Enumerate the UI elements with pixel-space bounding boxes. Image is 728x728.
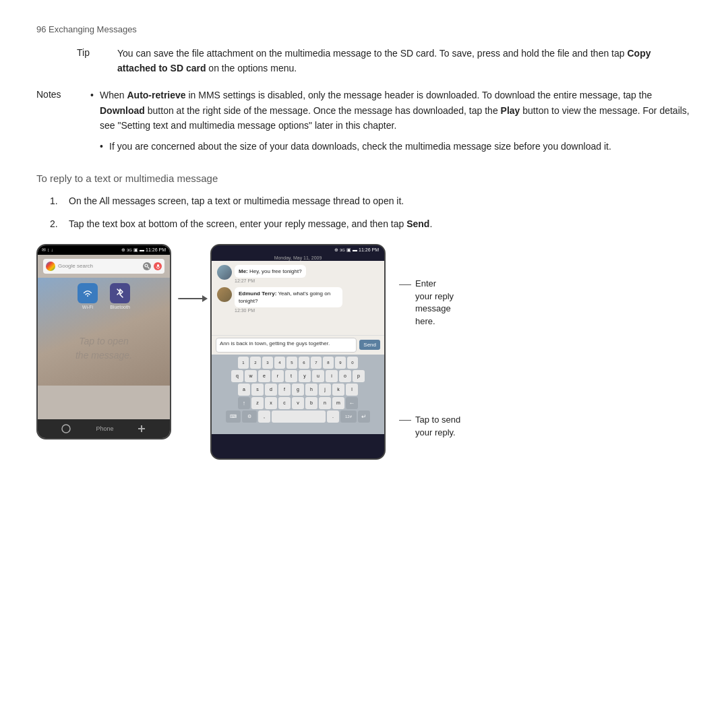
phone-left-overlay: Tap to openthe message. (75, 334, 132, 363)
r-network: 3G (340, 248, 345, 252)
key-k[interactable]: k (332, 384, 344, 396)
note-bold-1: Auto-retrieve (127, 90, 185, 100)
svg-line-1 (148, 267, 150, 269)
key-1[interactable]: 1 (238, 357, 249, 369)
key-s[interactable]: s (251, 384, 264, 396)
key-r[interactable]: r (272, 370, 284, 382)
key-backspace[interactable]: ← (346, 397, 358, 409)
key-z[interactable]: z (251, 397, 264, 409)
key-enter[interactable]: ↵ (358, 411, 370, 423)
steps-container: 1. On the All messages screen, tap a tex… (50, 193, 692, 232)
status-right-icons: ⊕ 3G ▣ ▬ 11:26 PM (121, 247, 166, 253)
network-icon: 3G (127, 248, 132, 252)
key-p[interactable]: p (353, 370, 365, 382)
key-n[interactable]: n (319, 397, 331, 409)
step-2-text: Tap the text box at bottom of the screen… (69, 216, 432, 231)
key-4[interactable]: 4 (274, 357, 285, 369)
enter-reply-label-group: Enteryour replymessagehere. (399, 278, 460, 328)
key-t[interactable]: t (285, 370, 297, 382)
step-2-bold: Send (406, 218, 429, 229)
key-b[interactable]: b (305, 397, 317, 409)
key-3[interactable]: 3 (262, 357, 273, 369)
mic-icon[interactable] (154, 262, 162, 270)
google-icon (46, 262, 55, 271)
tap-to-send-connector (399, 420, 411, 421)
key-comma[interactable]: , (258, 411, 270, 423)
bubble-1-time: 12:27 PM (235, 278, 306, 283)
key-settings[interactable]: ⚙ (242, 411, 257, 423)
notes-content: When Auto-retrieve in MMS settings is di… (90, 88, 692, 160)
search-magnify-icon[interactable] (143, 262, 151, 270)
wifi-label: Wi-Fi (82, 305, 93, 309)
message-bubble-1: Me: Hey, you free tonight? 12:27 PM (217, 265, 379, 283)
key-q[interactable]: q (231, 370, 243, 382)
key-u[interactable]: u (312, 370, 324, 382)
key-j[interactable]: j (319, 384, 331, 396)
key-l[interactable]: l (346, 384, 358, 396)
key-g[interactable]: g (292, 384, 304, 396)
wifi-widget[interactable]: Wi-Fi (78, 283, 98, 309)
svg-rect-2 (157, 264, 159, 267)
key-2[interactable]: 2 (250, 357, 261, 369)
note-bold-3: Play (501, 105, 520, 116)
key-0[interactable]: 0 (347, 357, 358, 369)
key-h[interactable]: h (305, 384, 317, 396)
key-e[interactable]: e (258, 370, 270, 382)
key-a[interactable]: a (238, 384, 250, 396)
send-button[interactable]: Send (359, 340, 380, 350)
key-c[interactable]: c (278, 397, 291, 409)
key-shift[interactable]: ↑ (238, 397, 250, 409)
bluetooth-label: Bluetooth (110, 305, 130, 309)
notes-label: Notes (36, 88, 90, 160)
widget-icons-row: Wi-Fi Bluetooth (38, 283, 170, 309)
key-9[interactable]: 9 (335, 357, 346, 369)
home-icon[interactable] (60, 423, 72, 435)
bubble-1-sender: Me: (239, 268, 248, 274)
key-12hash[interactable]: 12# (340, 411, 357, 423)
bt-icon-box (110, 283, 130, 303)
bubble-2-time: 12:30 PM (235, 308, 342, 313)
search-actions (143, 262, 162, 270)
key-v[interactable]: v (292, 397, 304, 409)
bubble-2-sender: Edmund Terry: (239, 291, 276, 297)
add-icon[interactable] (135, 423, 148, 435)
note-bold-2: Download (100, 105, 145, 116)
kb-row-qwerty: q w e r t y u i o p (213, 370, 383, 382)
key-6[interactable]: 6 (299, 357, 309, 369)
reply-bar: Ann is back in town, getting the guys to… (212, 335, 384, 355)
key-7[interactable]: 7 (311, 357, 322, 369)
key-m[interactable]: m (332, 397, 344, 409)
key-i[interactable]: i (326, 370, 338, 382)
r-battery: ▬ (353, 247, 357, 252)
step-1-text: On the All messages screen, tap a text o… (69, 193, 404, 208)
phone-left-status-bar: ✉ ↕ ↓ ⊕ 3G ▣ ▬ 11:26 PM (38, 245, 170, 255)
bluetooth-widget[interactable]: Bluetooth (110, 283, 130, 309)
key-keyboard-icon[interactable]: ⌨ (226, 411, 241, 423)
key-d[interactable]: d (265, 384, 277, 396)
kb-row-zxcv: ↑ z x c v b n m ← (213, 397, 383, 409)
key-space[interactable] (272, 411, 326, 423)
key-period[interactable]: . (327, 411, 339, 423)
reply-input[interactable]: Ann is back in town, getting the guys to… (216, 338, 357, 353)
kb-row-bottom: ⌨ ⚙ , . 12# ↵ (213, 411, 383, 423)
battery-icon: ▬ (140, 247, 144, 252)
phone-left-bottom-nav: Phone (38, 419, 170, 438)
key-8[interactable]: 8 (323, 357, 334, 369)
key-o[interactable]: o (339, 370, 351, 382)
r-status-right: ⊕ 3G ▣ ▬ 11:26 PM (334, 247, 379, 253)
key-w[interactable]: w (245, 370, 257, 382)
phone-right: ⊕ 3G ▣ ▬ 11:26 PM Monday, May 11, 2009 M… (210, 244, 386, 460)
r-grid: ▣ (346, 247, 351, 253)
phone-icon[interactable]: Phone (98, 423, 110, 435)
phone-right-date: Monday, May 11, 2009 (212, 255, 384, 261)
key-f[interactable]: f (278, 384, 291, 396)
key-5[interactable]: 5 (286, 357, 297, 369)
phone-left-search-bar[interactable]: Google search (43, 259, 164, 274)
keyboard: 1 2 3 4 5 6 7 8 9 0 q w e r t (212, 355, 384, 434)
note-text-1c: button at the right side of the message.… (145, 105, 501, 116)
key-y[interactable]: y (299, 370, 311, 382)
enter-reply-text: Enteryour replymessagehere. (415, 278, 454, 328)
tip-block: Tip You can save the file attachment on … (77, 47, 692, 75)
time-display: 11:26 PM (146, 247, 166, 252)
key-x[interactable]: x (265, 397, 277, 409)
